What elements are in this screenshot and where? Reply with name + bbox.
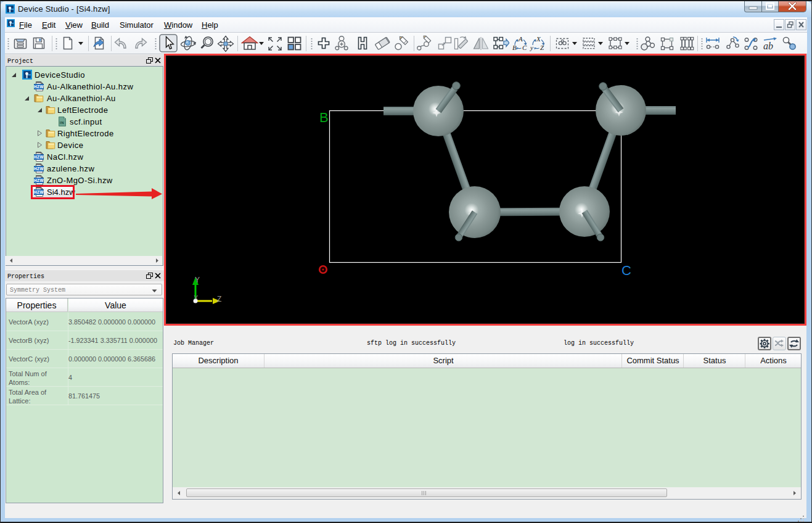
svg-text:A: A xyxy=(518,35,523,43)
svg-text:ab: ab xyxy=(763,41,773,51)
svg-text:C: C xyxy=(522,44,527,51)
svg-text:X: X xyxy=(536,35,541,43)
